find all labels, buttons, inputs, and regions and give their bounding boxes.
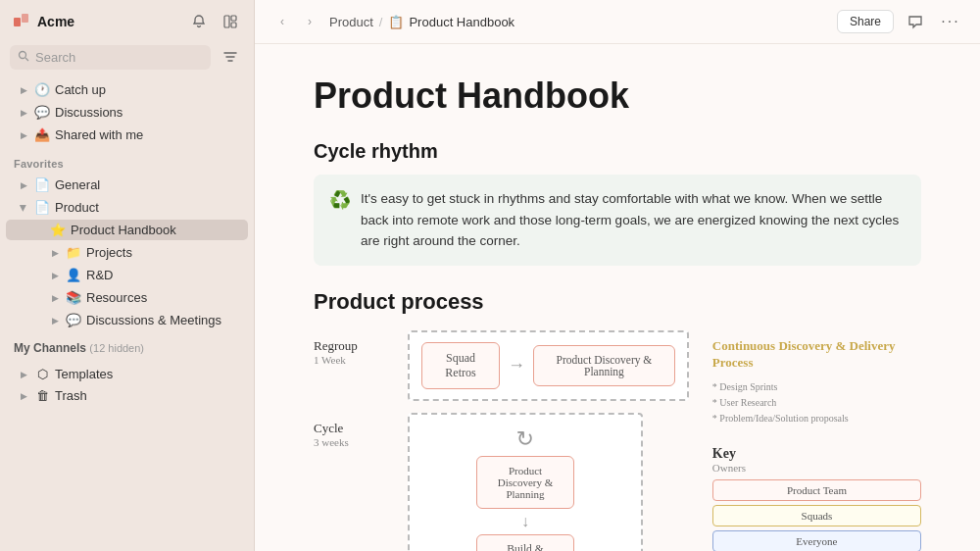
projects-label: Projects [86, 245, 132, 260]
squad-retros-card: Squad Retros [421, 342, 500, 389]
sidebar-item-product-handbook[interactable]: ⭐ Product Handbook [6, 220, 248, 240]
document-icon: 📄 [33, 177, 51, 192]
key-item-squads: Squads [712, 505, 921, 526]
topbar-actions: Share ··· [837, 8, 964, 35]
breadcrumb-page-icon: 📋 [388, 15, 404, 29]
arrow-icon: ▶ [18, 391, 29, 401]
channels-hidden-count: (12 hidden) [89, 342, 144, 354]
svg-rect-4 [231, 23, 236, 27]
arrow-icon: ▶ [18, 108, 29, 118]
trash-icon: 🗑 [33, 388, 51, 403]
search-icon [18, 50, 29, 65]
arrow-icon: ▶ [18, 85, 29, 95]
resources-label: Resources [86, 290, 147, 305]
resources-icon: 📚 [65, 290, 82, 305]
topbar: ‹ › Product / 📋 Product Handbook Share ·… [255, 0, 980, 44]
continuous-discovery-label: Continuous Discovery & Delivery Process [712, 338, 921, 372]
trash-label: Trash [55, 388, 87, 403]
star-icon: ⭐ [49, 223, 67, 237]
arrow-icon: ▶ [49, 271, 61, 280]
clock-icon: 🕐 [33, 82, 51, 97]
build-launch-card: Build & Launch [476, 534, 574, 551]
folder-icon: 📁 [65, 245, 82, 260]
sidebar-header: Acme [0, 0, 254, 39]
main-content: ‹ › Product / 📋 Product Handbook Share ·… [255, 0, 980, 551]
sidebar-item-catchup[interactable]: ▶ 🕐 Catch up [6, 79, 248, 100]
general-label: General [55, 177, 100, 192]
share-button[interactable]: Share [837, 10, 894, 33]
rd-icon: 👤 [65, 268, 82, 282]
app-title-row: Acme [12, 12, 74, 31]
cycle-box: ↺ Product Discovery & Planning ↓ Build &… [408, 413, 643, 551]
product-label: Product [55, 200, 99, 215]
sidebar-header-icons [187, 10, 242, 33]
sidebar-item-resources[interactable]: ▶ 📚 Resources [6, 287, 248, 308]
key-subtitle: Owners [712, 462, 921, 474]
sidebar-item-discussions-meetings[interactable]: ▶ 💬 Discussions & Meetings [6, 310, 248, 330]
sidebar-item-templates[interactable]: ▶ ⬡ Templates [6, 364, 248, 384]
layout-icon[interactable] [219, 10, 242, 33]
sidebar-item-general[interactable]: ▶ 📄 General [6, 175, 248, 195]
sidebar: Acme [0, 0, 255, 551]
sidebar-item-trash[interactable]: ▶ 🗑 Trash [6, 385, 248, 406]
sidebar-bottom: ▶ ⬡ Templates ▶ 🗑 Trash [0, 363, 254, 407]
diagram-left: Regroup 1 Week Squad Retros → Product Di… [314, 330, 689, 551]
key-item-everyone: Everyone [712, 530, 921, 551]
product-process-heading: Product process [314, 289, 921, 315]
breadcrumb-current: 📋 Product Handbook [388, 15, 514, 29]
comment-icon[interactable] [902, 8, 929, 35]
product-discovery-planning-card: Product Discovery & Planning [533, 345, 675, 386]
cycle-label: Cycle 3 weeks [314, 413, 392, 448]
catchup-label: Catch up [55, 82, 106, 97]
regroup-label: Regroup 1 Week [314, 330, 392, 366]
shared-icon: 📤 [33, 127, 51, 142]
svg-rect-0 [14, 18, 21, 26]
regroup-box: Squad Retros → Product Discovery & Plann… [408, 330, 689, 401]
more-options-icon[interactable]: ··· [937, 8, 964, 35]
recycle-icon: ♻️ [329, 189, 351, 211]
arrow-icon: ▶ [49, 293, 61, 303]
templates-label: Templates [55, 367, 113, 381]
breadcrumb-separator: / [379, 15, 383, 29]
svg-rect-3 [231, 16, 236, 21]
arrow-right-icon: → [508, 355, 525, 376]
cycle-cards-row: ↺ Product Discovery & Planning ↓ Build &… [476, 426, 574, 551]
discovery-notes: * Design Sprints * User Research * Probl… [712, 379, 921, 426]
notification-icon[interactable] [187, 10, 211, 33]
arrow-expanded-icon: ▶ [19, 202, 28, 214]
product-document-icon: 📄 [33, 200, 51, 215]
channels-section-label: My Channels (12 hidden) [0, 331, 254, 359]
sidebar-item-projects[interactable]: ▶ 📁 Projects [6, 242, 248, 263]
content-area: Product Handbook Cycle rhythm ♻️ It's ea… [255, 44, 980, 551]
sidebar-item-rd[interactable]: ▶ 👤 R&D [6, 265, 248, 285]
arrow-icon: ▶ [18, 130, 29, 140]
callout-box: ♻️ It's easy to get stuck in rhythms and… [314, 175, 921, 266]
search-placeholder: Search [35, 50, 75, 65]
regroup-cards: Squad Retros → Product Discovery & Plann… [421, 342, 675, 389]
page-title: Product Handbook [314, 75, 921, 117]
breadcrumb-parent[interactable]: Product [329, 15, 373, 29]
svg-rect-2 [224, 16, 229, 27]
key-title: Key [712, 446, 921, 462]
topbar-nav: ‹ › [270, 10, 321, 33]
filter-icon[interactable] [217, 43, 244, 71]
sidebar-item-discussions[interactable]: ▶ 💬 Discussions [6, 102, 248, 123]
back-button[interactable]: ‹ [270, 10, 294, 33]
key-item-product-team: Product Team [712, 479, 921, 501]
discussions-meetings-label: Discussions & Meetings [86, 313, 221, 327]
sidebar-item-product[interactable]: ▶ 📄 Product [6, 197, 248, 218]
cycle-inner: ↺ Product Discovery & Planning ↓ Build &… [421, 426, 629, 551]
svg-rect-1 [22, 14, 28, 23]
favorites-label: Favorites [0, 146, 254, 174]
key-box: Key Owners Product Team Squads Everyone [712, 446, 921, 551]
cycle-rhythm-heading: Cycle rhythm [314, 140, 921, 163]
search-box[interactable]: Search [10, 45, 211, 70]
regroup-section: Regroup 1 Week Squad Retros → Product Di… [314, 330, 689, 401]
forward-button[interactable]: › [298, 10, 321, 33]
arrow-icon: ▶ [18, 180, 29, 190]
app-logo [12, 12, 31, 31]
sidebar-item-shared[interactable]: ▶ 📤 Shared with me [6, 125, 248, 145]
svg-point-5 [20, 51, 26, 58]
shared-label: Shared with me [55, 127, 143, 142]
svg-line-6 [25, 58, 28, 61]
